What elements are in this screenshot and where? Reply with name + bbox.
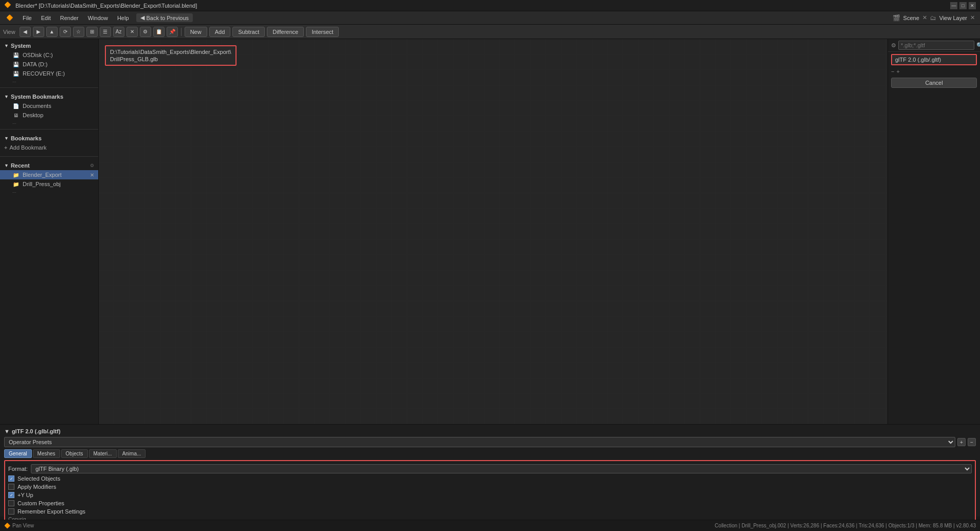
- custom-properties-checkbox[interactable]: [8, 500, 14, 506]
- sidebar-item-data[interactable]: 💾 DATA (D:): [0, 60, 98, 69]
- system-label: System: [11, 43, 31, 49]
- divider-1: [0, 87, 98, 88]
- recent-controls: ⚙: [90, 163, 94, 168]
- selected-objects-checkbox[interactable]: [8, 475, 14, 482]
- divider-3: [0, 156, 98, 157]
- filter-icon: ⚙: [891, 42, 896, 49]
- recent-arrow: ▼: [4, 163, 9, 168]
- presets-add-btn[interactable]: +: [957, 438, 966, 446]
- operator-presets-row: Operator Presets + −: [4, 437, 976, 447]
- menu-bar: 🔶 File Edit Render Window Help ◀ Back to…: [0, 11, 980, 25]
- sidebar-item-desktop[interactable]: 🖥 Desktop: [0, 111, 98, 120]
- center-file-panel: D:\Tutorials\DataSmith_Exports\Blender_E…: [99, 39, 887, 424]
- user-bookmarks-header[interactable]: ▼ Bookmarks: [0, 134, 98, 143]
- drill-press-label: Drill_Press_obj: [23, 181, 61, 187]
- remember-export-checkbox[interactable]: [8, 508, 14, 515]
- nav-bookmark-btn[interactable]: ☆: [73, 27, 84, 37]
- scene-icon: 🎬: [893, 14, 900, 22]
- recent-label: Recent: [11, 162, 30, 169]
- operator-presets-select[interactable]: Operator Presets: [4, 437, 955, 447]
- status-icon: 🔶: [4, 523, 10, 528]
- sidebar-item-osdisk[interactable]: 💾 OSDisk (C:): [0, 50, 98, 60]
- system-bookmarks-header[interactable]: ▼ System Bookmarks: [0, 92, 98, 101]
- add-bookmark-button[interactable]: + Add Bookmark: [0, 143, 98, 152]
- intersect-button[interactable]: Intersect: [306, 27, 339, 37]
- view-label: View: [3, 29, 15, 35]
- menu-edit[interactable]: Edit: [37, 14, 55, 22]
- gltf-section-header[interactable]: ▼ glTF 2.0 (.glb/.gltf): [4, 427, 976, 436]
- nav-forward-btn[interactable]: ▶: [33, 27, 44, 37]
- selected-objects-row: Selected Objects: [8, 474, 972, 483]
- tab-objects[interactable]: Objects: [61, 449, 88, 458]
- menu-window[interactable]: Window: [84, 14, 112, 22]
- tab-animation[interactable]: Anima...: [118, 449, 146, 458]
- new-button[interactable]: New: [185, 27, 207, 37]
- app-icon: 🔶: [4, 2, 12, 10]
- tab-materials[interactable]: Materi...: [89, 449, 117, 458]
- close-button[interactable]: ✕: [969, 2, 976, 9]
- apply-modifiers-label: Apply Modifiers: [17, 484, 56, 490]
- nav-reload-btn[interactable]: ⟳: [60, 27, 71, 37]
- remember-export-label: Remember Export Settings: [17, 508, 85, 515]
- title-bar: 🔶 Blender* [D:\Tutorials\DataSmith_Expor…: [0, 0, 980, 11]
- subtract-button[interactable]: Subtract: [232, 27, 265, 37]
- nav-sort-btn[interactable]: Az: [113, 27, 124, 37]
- gltf-title: glTF 2.0 (.glb/.gltf): [12, 428, 61, 434]
- minimize-button[interactable]: —: [950, 2, 957, 9]
- menu-blender[interactable]: 🔶: [2, 13, 17, 22]
- minus-icon: −: [891, 68, 894, 75]
- add-bookmark-label: Add Bookmark: [9, 144, 46, 151]
- window-title: Blender* [D:\Tutorials\DataSmith_Exports…: [15, 3, 950, 9]
- recent-header[interactable]: ▼ Recent: [4, 162, 30, 169]
- nav-up-btn[interactable]: ▲: [46, 27, 58, 37]
- filter-input[interactable]: [898, 41, 974, 50]
- recent-close-icon[interactable]: ✕: [90, 172, 94, 178]
- documents-label: Documents: [23, 103, 51, 109]
- bookmarks-label: System Bookmarks: [11, 94, 63, 100]
- user-bookmarks-label: Bookmarks: [11, 135, 42, 141]
- nav-back-btn[interactable]: ◀: [20, 27, 31, 37]
- menu-file[interactable]: File: [19, 14, 36, 22]
- cancel-button[interactable]: Cancel: [891, 78, 977, 88]
- menu-help[interactable]: Help: [113, 14, 133, 22]
- back-icon: ◀: [140, 14, 144, 21]
- nav-filter-btn[interactable]: ✕: [126, 27, 138, 37]
- remember-export-row: Remember Export Settings: [8, 507, 972, 516]
- search-icon: 🔍: [976, 42, 980, 49]
- full-layout: View ◀ ▶ ▲ ⟳ ☆ ⊞ ☰ Az ✕ ⚙ 📋 📌 New Add Su…: [0, 25, 980, 517]
- osdisk-icon: 💾: [12, 51, 20, 59]
- difference-button[interactable]: Difference: [267, 27, 304, 37]
- sidebar-item-documents[interactable]: 📄 Documents: [0, 101, 98, 111]
- menu-render[interactable]: Render: [56, 14, 83, 22]
- sidebar-item-drill-press[interactable]: 📁 Drill_Press_obj: [0, 179, 98, 189]
- tab-meshes[interactable]: Meshes: [33, 449, 60, 458]
- divider-2: [0, 129, 98, 130]
- documents-icon: 📄: [12, 102, 20, 109]
- view-layer-close-icon: ✕: [970, 14, 975, 21]
- system-header[interactable]: ▼ System: [0, 41, 98, 50]
- format-select[interactable]: glTF Binary (.glb)glTF SeparateglTF Embe…: [31, 464, 972, 473]
- filename-value: glTF 2.0 (.glb/.gltf): [892, 55, 976, 64]
- sidebar-item-blender-export[interactable]: 📁 Blender_Export ✕: [0, 170, 98, 179]
- bottom-panel: ▼ glTF 2.0 (.glb/.gltf) Operator Presets…: [0, 424, 980, 517]
- nav-pin-btn[interactable]: 📌: [167, 27, 178, 37]
- nav-settings-btn[interactable]: ⚙: [140, 27, 151, 37]
- presets-remove-btn[interactable]: −: [968, 438, 976, 446]
- sidebar-item-recovery[interactable]: 💾 RECOVERY (E:): [0, 69, 98, 78]
- status-bar-right: Collection | Drill_Press_obj.002 | Verts…: [715, 523, 976, 528]
- back-to-previous-button[interactable]: ◀ Back to Previous: [136, 13, 193, 22]
- add-button[interactable]: Add: [209, 27, 231, 37]
- nav-copy-btn[interactable]: 📋: [153, 27, 165, 37]
- system-bookmarks-section: ▼ System Bookmarks 📄 Documents 🖥 Desktop…: [0, 90, 98, 127]
- status-bar: 🔶 Pan View Collection | Drill_Press_obj.…: [0, 520, 980, 531]
- system-arrow: ▼: [4, 43, 9, 48]
- nav-list-btn[interactable]: ☰: [100, 27, 111, 37]
- apply-modifiers-checkbox[interactable]: [8, 484, 14, 490]
- options-panel: Format: glTF Binary (.glb)glTF Separateg…: [4, 460, 976, 526]
- scene-label: Scene: [903, 15, 919, 21]
- y-up-checkbox[interactable]: [8, 492, 14, 498]
- maximize-button[interactable]: □: [959, 2, 967, 9]
- selected-objects-label: Selected Objects: [17, 475, 60, 482]
- nav-grid-btn[interactable]: ⊞: [86, 27, 98, 37]
- tab-general[interactable]: General: [4, 449, 32, 458]
